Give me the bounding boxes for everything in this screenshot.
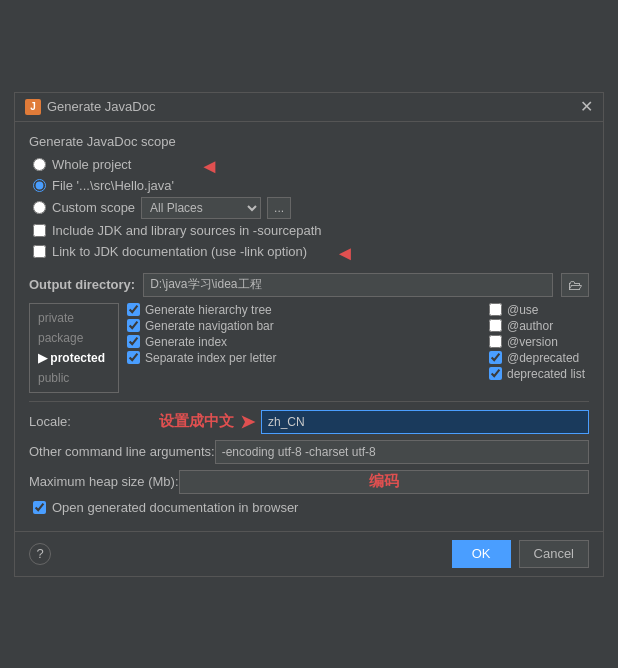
tag-author-checkbox[interactable] — [489, 319, 502, 332]
hierarchy-row: Generate hierarchy tree — [127, 303, 481, 317]
scope-section-label: Generate JavaDoc scope — [29, 134, 589, 149]
output-input[interactable] — [143, 273, 553, 297]
tag-use-row: @use — [489, 303, 589, 317]
link-jdk-row: Link to JDK documentation (use -link opt… — [29, 244, 307, 259]
access-package[interactable]: package — [38, 328, 110, 348]
dialog-title: Generate JavaDoc — [47, 99, 155, 114]
tag-deprecated-row: @deprecated — [489, 351, 589, 365]
access-protected[interactable]: protected — [38, 348, 110, 368]
tags-panel: @use @author @version @deprecated deprec… — [489, 303, 589, 393]
arrow-annotation-1: ◄ — [199, 155, 219, 178]
footer-left: ? — [29, 543, 51, 565]
hierarchy-checkbox[interactable] — [127, 303, 140, 316]
custom-scope-select[interactable]: All Places — [141, 197, 261, 219]
locale-annotation: 设置成中文 — [159, 412, 234, 431]
tag-deprecated-checkbox[interactable] — [489, 351, 502, 364]
arrow-annotation-2: ◄ — [335, 242, 355, 265]
generate-javadoc-dialog: J Generate JavaDoc ✕ Generate JavaDoc sc… — [14, 92, 604, 577]
divider-1 — [29, 401, 589, 402]
navbar-checkbox[interactable] — [127, 319, 140, 332]
custom-scope-label: Custom scope — [52, 200, 135, 215]
options-panel: Generate hierarchy tree Generate navigat… — [127, 303, 481, 393]
link-jdk-label: Link to JDK documentation (use -link opt… — [52, 244, 307, 259]
close-button[interactable]: ✕ — [580, 99, 593, 115]
include-jdk-label: Include JDK and library sources in -sour… — [52, 223, 322, 238]
footer-buttons: OK Cancel — [452, 540, 589, 568]
tag-version-label: @version — [507, 335, 558, 349]
heap-label: Maximum heap size (Mb): — [29, 474, 179, 489]
tag-use-label: @use — [507, 303, 539, 317]
cancel-button[interactable]: Cancel — [519, 540, 589, 568]
tag-deprecated-list-label: deprecated list — [507, 367, 585, 381]
separate-row: Separate index per letter — [127, 351, 481, 365]
index-row: Generate index — [127, 335, 481, 349]
middle-section: private package protected public Generat… — [29, 303, 589, 393]
custom-scope-row: Custom scope All Places ... — [29, 197, 589, 219]
dialog-icon: J — [25, 99, 41, 115]
dialog-footer: ? OK Cancel — [15, 531, 603, 576]
index-checkbox[interactable] — [127, 335, 140, 348]
output-row: Output directory: 🗁 — [29, 273, 589, 297]
dialog-content: Generate JavaDoc scope Whole project ◄ F… — [15, 122, 603, 531]
help-button[interactable]: ? — [29, 543, 51, 565]
access-levels-panel: private package protected public — [29, 303, 119, 393]
heap-annotation: 编码 — [369, 472, 399, 491]
tag-use-checkbox[interactable] — [489, 303, 502, 316]
title-bar: J Generate JavaDoc ✕ — [15, 93, 603, 122]
tag-deprecated-list-checkbox[interactable] — [489, 367, 502, 380]
file-row: File '...\src\Hello.java' — [29, 178, 589, 193]
file-radio[interactable] — [33, 179, 46, 192]
include-jdk-checkbox[interactable] — [33, 224, 46, 237]
whole-project-radio[interactable] — [33, 158, 46, 171]
other-args-label: Other command line arguments: — [29, 444, 215, 459]
whole-project-row: Whole project — [29, 157, 131, 172]
tag-deprecated-label: @deprecated — [507, 351, 579, 365]
navbar-row: Generate navigation bar — [127, 319, 481, 333]
output-label: Output directory: — [29, 277, 135, 292]
locale-row: Locale: 设置成中文 ➤ — [29, 410, 589, 434]
file-label: File '...\src\Hello.java' — [52, 178, 174, 193]
folder-button[interactable]: 🗁 — [561, 273, 589, 297]
title-bar-left: J Generate JavaDoc — [25, 99, 155, 115]
tag-version-checkbox[interactable] — [489, 335, 502, 348]
separate-label: Separate index per letter — [145, 351, 276, 365]
custom-scope-radio[interactable] — [33, 201, 46, 214]
other-args-input[interactable] — [215, 440, 589, 464]
whole-project-label: Whole project — [52, 157, 131, 172]
include-jdk-row: Include JDK and library sources in -sour… — [29, 223, 589, 238]
open-browser-checkbox[interactable] — [33, 501, 46, 514]
access-public[interactable]: public — [38, 368, 110, 388]
locale-arrow: ➤ — [240, 411, 255, 433]
ok-button[interactable]: OK — [452, 540, 511, 568]
locale-label: Locale: — [29, 414, 159, 429]
tag-author-label: @author — [507, 319, 553, 333]
index-label: Generate index — [145, 335, 227, 349]
tag-version-row: @version — [489, 335, 589, 349]
open-browser-label: Open generated documentation in browser — [52, 500, 298, 515]
open-browser-row: Open generated documentation in browser — [29, 500, 589, 515]
separate-checkbox[interactable] — [127, 351, 140, 364]
access-private[interactable]: private — [38, 308, 110, 328]
dots-button[interactable]: ... — [267, 197, 291, 219]
navbar-label: Generate navigation bar — [145, 319, 274, 333]
locale-input[interactable] — [261, 410, 589, 434]
other-args-row: Other command line arguments: — [29, 440, 589, 464]
link-jdk-checkbox[interactable] — [33, 245, 46, 258]
tag-deprecated-list-row: deprecated list — [489, 367, 589, 381]
hierarchy-label: Generate hierarchy tree — [145, 303, 272, 317]
tag-author-row: @author — [489, 319, 589, 333]
heap-row: Maximum heap size (Mb): 编码 — [29, 470, 589, 494]
